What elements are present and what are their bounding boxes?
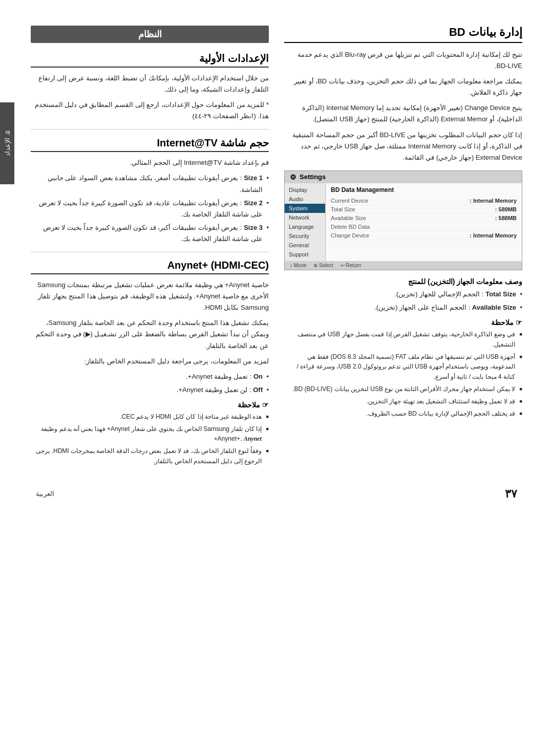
initial-settings-title: الإعدادات الأولية (31, 52, 269, 68)
right-column: النظام الإعدادات الأولية من خلال استخدام… (31, 26, 269, 472)
anynet-on-off-list: On : تعمل وظيفة Anynet+. Off : لن تعمل و… (31, 371, 269, 396)
initial-settings-para1: من خلال استخدام الإعدادات الأولية، بإمكا… (31, 73, 269, 95)
initial-settings-para2: * للمزيد من المعلومات حول الإعدادات، ارج… (31, 99, 269, 122)
left-note-item-2: لا يمكن استخدام جهاز محرك الأقراص الثابت… (284, 384, 522, 395)
settings-menu: Display Audio System Network Language Se… (285, 183, 326, 261)
left-note-box: ☞ ملاحظة في وضع الذاكرة الخارجية، يتوقف … (284, 318, 522, 419)
internet-tv-items: Size 1 : يعرض أيقونات تطبيقات أصغر، يكنك… (31, 172, 269, 245)
settings-row-4: Change Device : Internal Memory (331, 231, 517, 240)
settings-box-title: Settings (300, 173, 326, 181)
settings-row-2: Available Size : 588MB (331, 214, 517, 223)
internet-tv-section: حجم شاشة Internet@TV قم بإعداد شاشة Inte… (31, 137, 269, 245)
left-intro: تتيح لك إمكانية إدارة المحتويات التي تم … (284, 49, 522, 72)
right-section-header: النظام (31, 26, 269, 43)
device-item-total-label: Total Size (485, 290, 516, 298)
divider-2 (31, 252, 269, 252)
anynet-para3: لمزيد من المعلومات، يرجى مراجعة دليل الم… (31, 356, 269, 367)
right-note-item-2: وفقاً لنوع التلفاز الخاص بك، قد لا تعمل … (31, 446, 269, 467)
internet-tv-size3: Size 3 : يعرض أيقونات تطبيقات أكبر، قد ت… (31, 222, 269, 245)
device-item-available-label: Available Size (472, 304, 516, 311)
anynet-off-label: Off (253, 386, 263, 394)
settings-row-0-label: Current Device (331, 198, 368, 204)
right-note-title: ☞ ملاحظة (31, 401, 269, 409)
settings-content-panel: BD Data Management Current Device : Inte… (326, 183, 522, 261)
settings-row-3-label: Delete BD Data (331, 224, 370, 230)
settings-menu-audio[interactable]: Audio (285, 195, 325, 204)
left-para3: يتيح Change Device (تغيير الأجهزة) إمكان… (284, 102, 522, 125)
device-desc-title: وصف معلومات الجهاز (التخزين) للمنتج (284, 277, 522, 286)
anynet-off-text: : لن تعمل وظيفة Anynet+. (177, 386, 251, 394)
internet-tv-size2-text: : يعرض أيقونات تطبيقات عادية، قد تكون ال… (39, 199, 263, 218)
anynet-title: Anynet+ (HDMI-CEC) (31, 260, 269, 274)
settings-row-0: Current Device : Internal Memory (331, 197, 517, 205)
settings-row-0-value: : Internal Memory (470, 198, 517, 204)
settings-row-4-label: Change Device (331, 232, 369, 239)
internet-tv-size1-label: Size 1 (244, 174, 263, 182)
left-note-title: ☞ ملاحظة (284, 318, 522, 327)
settings-box-header: ⚙ Settings (285, 171, 522, 183)
device-item-available: Available Size : الحجم المتاح على الجهاز… (284, 302, 522, 313)
right-note-list: هذه الوظيفة غير متاحة إذا كان كابل HDMI … (31, 412, 269, 467)
internet-tv-size3-text: : يعرض أيقونات تطبيقات أكبر، قد تكون الص… (43, 224, 263, 243)
settings-footer-select: ⊕ Select (313, 263, 333, 268)
anynet-on-text: : تعمل وظيفة Anynet+. (186, 373, 251, 380)
initial-settings-section: الإعدادات الأولية من خلال استخدام الإعدا… (31, 52, 269, 122)
internet-tv-title: حجم شاشة Internet@TV (31, 137, 269, 152)
side-tab: ۵. الإعداد (0, 102, 14, 184)
anynet-on-label: On (253, 373, 263, 380)
internet-tv-size3-label: Size 3 (244, 224, 263, 231)
anynet-para2: يمكنك تشغيل هذا المنتج باستخدام وحدة الت… (31, 317, 269, 351)
note-icon: ☞ (516, 318, 522, 327)
anynet-off: Off : لن تعمل وظيفة Anynet+. (31, 384, 269, 396)
settings-row-2-label: Available Size (331, 215, 366, 221)
page-number: ٣٧ (505, 487, 517, 501)
settings-content-title: BD Data Management (331, 186, 517, 193)
anynet-intro: خاصية Anynet+ هي وظيفة ملائمة تعرض عمليا… (31, 279, 269, 313)
internet-tv-size1: Size 1 : يعرض أيقونات تطبيقات أصغر، يكنك… (31, 172, 269, 195)
left-column: إدارة بيانات BD تتيح لك إمكانية إدارة ال… (284, 26, 522, 472)
left-note-item-3: قد لا تعمل وظيفة استئناف التشغيل بعد تهي… (284, 397, 522, 407)
settings-row-1: Total Size : 589MB (331, 205, 517, 214)
side-tab-label: ۵. الإعداد (4, 131, 11, 156)
page-footer: ٣٧ العربية (31, 487, 522, 501)
settings-gear-icon: ⚙ (290, 173, 296, 181)
initial-settings-para2b: (انظر الصفحات ٢٩-٤٤) (193, 112, 256, 120)
left-para4: إذا كان حجم البيانات المطلوب تخزينها من … (284, 129, 522, 163)
left-note-item-1: أجهزة USB التي تم تنسيقها في نظام ملف FA… (284, 352, 522, 382)
anynet-on: On : تعمل وظيفة Anynet+. (31, 371, 269, 382)
left-section-title: إدارة بيانات BD (284, 26, 522, 43)
device-item-total-text: : الحجم الإجمالي للجهاز (تخزين). (394, 290, 483, 298)
settings-menu-system[interactable]: System (285, 204, 325, 213)
left-note-item-0: في وضع الذاكرة الخارجية، يتوقف تشغيل الق… (284, 330, 522, 350)
settings-row-2-value: : 588MB (495, 215, 517, 221)
settings-menu-language[interactable]: Language (285, 222, 325, 231)
settings-footer-return: ↩ Return (341, 263, 361, 268)
divider-1 (31, 129, 269, 129)
settings-menu-network[interactable]: Network (285, 213, 325, 222)
settings-box: ⚙ Settings Display Audio System Network … (284, 170, 522, 270)
device-item-available-text: : الحجم المتاح على الجهاز (تخزين). (374, 304, 470, 311)
right-note-item-0: هذه الوظيفة غير متاحة إذا كان كابل HDMI … (31, 412, 269, 422)
internet-tv-intro: قم بإعداد شاشة Internet@TV إلى الحجم الم… (31, 157, 269, 168)
right-note-box: ☞ ملاحظة هذه الوظيفة غير متاحة إذا كان ك… (31, 401, 269, 467)
left-para2: يمكنك مراجعة معلومات الجهاز بما في ذلك ح… (284, 76, 522, 98)
internet-tv-size2: Size 2 : يعرض أيقونات تطبيقات عادية، قد … (31, 198, 269, 220)
settings-inner: Display Audio System Network Language Se… (285, 183, 522, 261)
settings-row-1-value: : 589MB (495, 206, 517, 212)
settings-menu-general[interactable]: General (285, 241, 325, 250)
settings-menu-security[interactable]: Security (285, 231, 325, 241)
settings-menu-support[interactable]: Support (285, 250, 325, 259)
right-note-item-1: إذا كان تلفاز Samsung الخاص بك يحتوي على… (31, 424, 269, 445)
settings-row-1-label: Total Size (331, 206, 355, 212)
device-item-total: Total Size : الحجم الإجمالي للجهاز (تخزي… (284, 289, 522, 300)
main-layout: إدارة بيانات BD تتيح لك إمكانية إدارة ال… (31, 26, 522, 472)
settings-row-4-value: : Internal Memory (470, 232, 517, 239)
right-note-icon: ☞ (262, 401, 269, 409)
settings-footer-move: ↕ Move (290, 263, 306, 268)
device-items-list: Total Size : الحجم الإجمالي للجهاز (تخزي… (284, 289, 522, 313)
anynet-section: Anynet+ (HDMI-CEC) خاصية Anynet+ هي وظيف… (31, 260, 269, 467)
settings-footer: ↕ Move ⊕ Select ↩ Return (285, 261, 522, 270)
internet-tv-size2-label: Size 2 (244, 199, 263, 207)
internet-tv-size1-text: : يعرض أيقونات تطبيقات أصغر، يكنك مشاهدة… (48, 174, 263, 193)
settings-menu-display[interactable]: Display (285, 185, 325, 195)
